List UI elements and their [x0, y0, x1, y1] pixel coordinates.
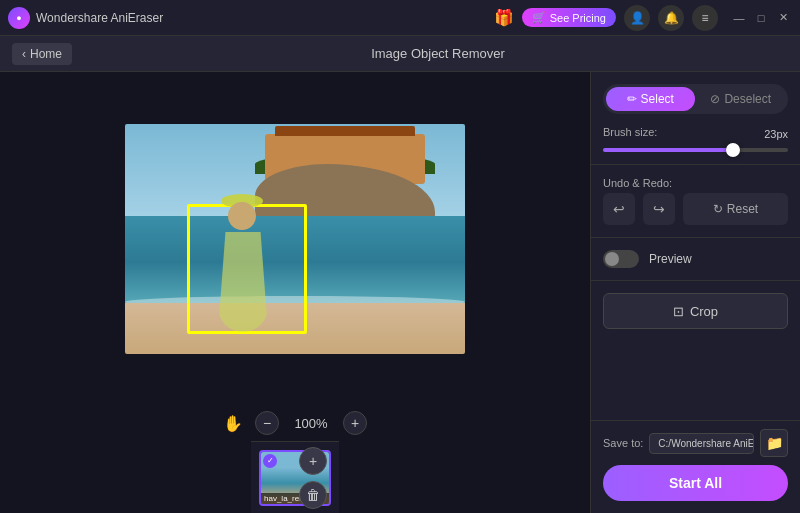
select-toggle: ✏ Select ⊘ Deselect — [603, 84, 788, 114]
start-all-label: Start All — [669, 475, 722, 491]
preview-row: Preview — [603, 250, 788, 268]
main-content: ✋ − 100% + ✓ hav_la_remov... + 🗑 ✏ Selec… — [0, 72, 800, 513]
deselect-button[interactable]: ⊘ Deselect — [697, 87, 786, 111]
start-all-button[interactable]: Start All — [603, 465, 788, 501]
zoom-controls: ✋ − 100% + — [223, 405, 367, 441]
brush-size-value: 23px — [764, 128, 788, 140]
right-panel: ✏ Select ⊘ Deselect Brush size: 23px Und… — [590, 72, 800, 513]
save-row: Save to: C:/Wondershare AniEraser/li ⌄ 📁 — [603, 429, 788, 457]
deselect-label: Deselect — [724, 92, 771, 106]
reset-icon: ↻ — [713, 202, 723, 216]
reset-button[interactable]: ↻ Reset — [683, 193, 788, 225]
delete-file-button[interactable]: 🗑 — [299, 481, 327, 509]
canvas-area: ✋ − 100% + ✓ hav_la_remov... + 🗑 — [0, 72, 590, 513]
crop-label: Crop — [690, 304, 718, 319]
toolbar: ‹ Home Image Object Remover — [0, 36, 800, 72]
thumb-check-icon: ✓ — [263, 454, 277, 468]
undo-redo-section: Undo & Redo: ↩ ↪ ↻ Reset — [603, 177, 788, 225]
divider-1 — [591, 164, 800, 165]
slider-thumb — [726, 143, 740, 157]
divider-3 — [591, 280, 800, 281]
brush-icon: ✏ — [627, 92, 637, 106]
maximize-button[interactable]: □ — [752, 9, 770, 27]
close-button[interactable]: ✕ — [774, 9, 792, 27]
window-controls: — □ ✕ — [730, 9, 792, 27]
crop-icon: ⊡ — [673, 304, 684, 319]
bell-icon[interactable]: 🔔 — [658, 5, 684, 31]
save-to-label: Save to: — [603, 437, 643, 449]
home-label: Home — [30, 47, 62, 61]
brush-size-label: Brush size: — [603, 126, 657, 138]
pricing-button[interactable]: 🛒 See Pricing — [522, 8, 616, 27]
crop-button[interactable]: ⊡ Crop — [603, 293, 788, 329]
image-container[interactable] — [0, 72, 590, 405]
person-dress — [218, 232, 268, 332]
titlebar-right: 🎁 🛒 See Pricing 👤 🔔 ≡ — □ ✕ — [494, 5, 792, 31]
person-figure — [213, 202, 273, 332]
undo-redo-row: ↩ ↪ ↻ Reset — [603, 193, 788, 225]
undo-button[interactable]: ↩ — [603, 193, 635, 225]
gift-icon[interactable]: 🎁 — [494, 8, 514, 27]
redo-button[interactable]: ↪ — [643, 193, 675, 225]
toggle-knob — [605, 252, 619, 266]
beach-image — [125, 124, 465, 354]
zoom-level: 100% — [291, 416, 331, 431]
add-file-button[interactable]: + — [299, 447, 327, 475]
divider-4 — [591, 420, 800, 421]
reset-label: Reset — [727, 202, 758, 216]
brush-row: Brush size: 23px — [603, 126, 788, 142]
back-icon: ‹ — [22, 47, 26, 61]
filmstrip-actions: + 🗑 — [299, 447, 327, 509]
preview-toggle[interactable] — [603, 250, 639, 268]
undo-redo-label: Undo & Redo: — [603, 177, 788, 189]
app-name: Wondershare AniEraser — [36, 11, 163, 25]
titlebar-left: ● Wondershare AniEraser — [8, 7, 163, 29]
zoom-in-button[interactable]: + — [343, 411, 367, 435]
brush-size-section: Brush size: 23px — [603, 126, 788, 152]
toolbar-title: Image Object Remover — [88, 46, 788, 61]
person-head — [228, 202, 256, 230]
preview-label: Preview — [649, 252, 692, 266]
select-button[interactable]: ✏ Select — [606, 87, 695, 111]
zoom-out-button[interactable]: − — [255, 411, 279, 435]
divider-2 — [591, 237, 800, 238]
island-roof — [275, 126, 415, 136]
save-path-selector[interactable]: C:/Wondershare AniEraser/li ⌄ — [649, 433, 754, 454]
eraser-icon: ⊘ — [710, 92, 720, 106]
save-section: Save to: C:/Wondershare AniEraser/li ⌄ 📁… — [603, 420, 788, 501]
pan-icon[interactable]: ✋ — [223, 414, 243, 433]
folder-button[interactable]: 📁 — [760, 429, 788, 457]
select-label: Select — [641, 92, 674, 106]
app-logo: ● — [8, 7, 30, 29]
menu-icon[interactable]: ≡ — [692, 5, 718, 31]
brush-size-slider[interactable] — [603, 148, 788, 152]
user-icon[interactable]: 👤 — [624, 5, 650, 31]
minimize-button[interactable]: — — [730, 9, 748, 27]
save-path-text: C:/Wondershare AniEraser/li — [658, 438, 754, 449]
pricing-icon: 🛒 — [532, 11, 546, 24]
titlebar: ● Wondershare AniEraser 🎁 🛒 See Pricing … — [0, 0, 800, 36]
home-button[interactable]: ‹ Home — [12, 43, 72, 65]
filmstrip: ✓ hav_la_remov... + 🗑 — [251, 441, 339, 513]
